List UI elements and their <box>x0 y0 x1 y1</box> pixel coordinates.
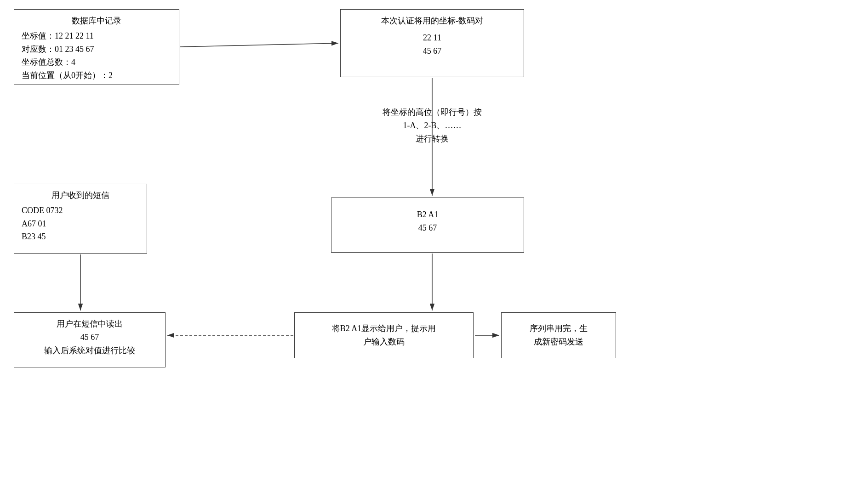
new-code-line2: 成新密码发送 <box>509 335 608 349</box>
sms-received-box: 用户收到的短信 CODE 0732 A67 01 B23 45 <box>14 184 147 254</box>
db-record-line4: 当前位置（从0开始）：2 <box>22 69 171 82</box>
converted-line2: 45 67 <box>339 221 516 235</box>
sms-line3: B23 45 <box>22 230 139 243</box>
sms-line1: CODE 0732 <box>22 204 139 217</box>
sms-line2: A67 01 <box>22 217 139 231</box>
db-record-line2: 对应数：01 23 45 67 <box>22 43 171 56</box>
arrow-db-to-coord <box>180 43 338 47</box>
converted-box: B2 A1 45 67 <box>331 198 524 253</box>
convert-label: 将坐标的高位（即行号）按 1-A、2-B、…… 进行转换 <box>317 106 547 145</box>
diagram-container: 数据库中记录 坐标值：12 21 22 11 对应数：01 23 45 67 坐… <box>0 0 868 491</box>
db-record-line3: 坐标值总数：4 <box>22 56 171 69</box>
sms-received-title: 用户收到的短信 <box>22 189 139 202</box>
coord-pair-line1: 22 11 <box>348 31 516 45</box>
user-read-line3: 输入后系统对值进行比较 <box>22 344 158 357</box>
display-user-box: 将B2 A1显示给用户，提示用 户输入数码 <box>294 312 474 358</box>
new-code-box: 序列串用完，生 成新密码发送 <box>501 312 616 358</box>
convert-label-line2: 1-A、2-B、…… <box>317 119 547 132</box>
convert-label-line3: 进行转换 <box>317 132 547 146</box>
user-read-box: 用户在短信中读出 45 67 输入后系统对值进行比较 <box>14 312 166 367</box>
db-record-line1: 坐标值：12 21 22 11 <box>22 29 171 43</box>
db-record-title: 数据库中记录 <box>22 14 171 28</box>
display-user-line2: 户输入数码 <box>302 335 466 349</box>
coord-pair-title: 本次认证将用的坐标-数码对 <box>348 14 516 28</box>
new-code-line1: 序列串用完，生 <box>509 322 608 335</box>
display-user-line1: 将B2 A1显示给用户，提示用 <box>302 322 466 335</box>
coord-pair-box: 本次认证将用的坐标-数码对 22 11 45 67 <box>340 9 524 77</box>
convert-label-line1: 将坐标的高位（即行号）按 <box>317 106 547 119</box>
user-read-line1: 用户在短信中读出 <box>22 317 158 331</box>
converted-line1: B2 A1 <box>339 208 516 221</box>
coord-pair-line2: 45 67 <box>348 45 516 58</box>
user-read-line2: 45 67 <box>22 331 158 344</box>
db-record-box: 数据库中记录 坐标值：12 21 22 11 对应数：01 23 45 67 坐… <box>14 9 179 85</box>
